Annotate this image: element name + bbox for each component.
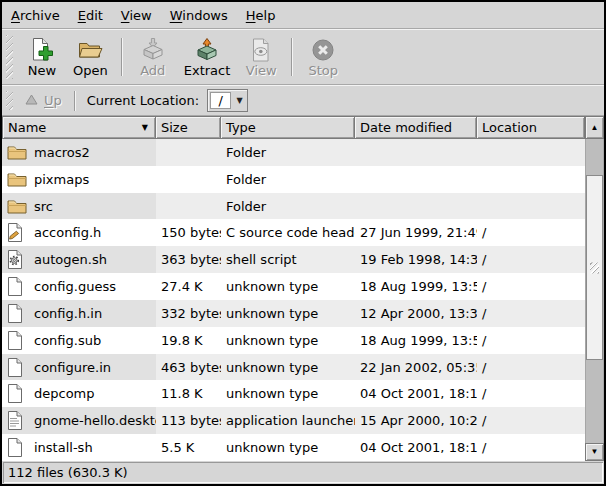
file-date-cell: 15 Apr 2000, 10:21 <box>355 407 477 434</box>
menu-windows[interactable]: Windows <box>161 3 237 28</box>
stop-button: Stop <box>299 34 347 81</box>
toolbar-separator <box>291 38 293 76</box>
scrollbar-trough[interactable] <box>585 139 604 443</box>
file-location-cell: / <box>477 354 585 381</box>
file-name-cell: install-sh <box>2 434 156 461</box>
location-combo[interactable]: / ▼ <box>207 89 248 112</box>
doc-plain-icon <box>7 277 28 296</box>
file-type-cell: unknown type <box>221 300 355 327</box>
file-name: depcomp <box>34 386 95 401</box>
column-header-location[interactable]: Location <box>477 116 585 139</box>
file-name: src <box>34 199 53 214</box>
menu-help[interactable]: Help <box>237 3 285 28</box>
toolbar-separator <box>121 38 123 76</box>
file-name: install-sh <box>34 440 93 455</box>
location-bar: Up Current Location: / ▼ <box>2 85 604 116</box>
file-type-cell: unknown type <box>221 434 355 461</box>
scrollbar-thumb[interactable] <box>586 175 603 360</box>
table-row[interactable]: gnome-hello.desktop 113 bytes applicatio… <box>2 407 585 434</box>
file-size-cell: 11.8 K <box>156 380 221 407</box>
file-name-cell: pixmaps <box>2 166 156 193</box>
file-type-cell: shell script <box>221 246 355 273</box>
open-archive-icon <box>77 37 103 63</box>
menu-archive[interactable]: Archive <box>2 3 69 28</box>
table-row[interactable]: src Folder <box>2 193 585 220</box>
table-row[interactable]: macros2 Folder <box>2 139 585 166</box>
file-name-cell: gnome-hello.desktop <box>2 407 156 434</box>
column-header-type[interactable]: Type <box>221 116 355 139</box>
folder-icon <box>7 172 28 187</box>
doc-gear-icon <box>7 250 28 269</box>
file-type-cell: unknown type <box>221 273 355 300</box>
file-size-cell: 363 bytes <box>156 246 221 273</box>
doc-lines-icon <box>7 411 28 430</box>
location-bar-drag-handle[interactable] <box>6 91 13 110</box>
file-name-cell: src <box>2 193 156 220</box>
add-button: Add <box>129 34 177 81</box>
table-row[interactable]: pixmaps Folder <box>2 166 585 193</box>
scrollbar-thumb-grip <box>590 262 599 273</box>
folder-icon <box>7 145 28 160</box>
file-type-cell: Folder <box>221 166 355 193</box>
scroll-up-icon: ▲ <box>591 124 599 132</box>
scroll-down-icon: ▼ <box>591 448 599 456</box>
file-size-cell: 463 bytes <box>156 354 221 381</box>
menubar: Archive Edit View Windows Help <box>2 2 604 29</box>
file-date-cell: 04 Oct 2001, 18:12 <box>355 380 477 407</box>
view-button: View <box>237 34 285 81</box>
file-location-cell: / <box>477 273 585 300</box>
file-location-cell <box>477 166 585 193</box>
file-name-cell: configure.in <box>2 354 156 381</box>
file-name-cell: autogen.sh <box>2 246 156 273</box>
doc-plain-icon <box>7 384 28 403</box>
file-location-cell: / <box>477 327 585 354</box>
file-date-cell <box>355 139 477 166</box>
table-row[interactable]: config.h.in 332 bytes unknown type 12 Ap… <box>2 300 585 327</box>
doc-plain-icon <box>7 438 28 457</box>
toolbar: New Open Add Extract View Stop <box>2 29 604 85</box>
scrollbar-up-button[interactable]: ▲ <box>585 116 604 139</box>
toolbar-drag-handle[interactable] <box>6 35 13 79</box>
file-name-cell: config.h.in <box>2 300 156 327</box>
file-name: config.guess <box>34 279 116 294</box>
column-header-name[interactable]: Name▼ <box>2 116 156 139</box>
new-archive-icon <box>29 37 55 63</box>
table-row[interactable]: install-sh 5.5 K unknown type 04 Oct 200… <box>2 434 585 461</box>
statusbar: 112 files (630.3 K) <box>3 462 603 483</box>
file-date-cell: 27 Jun 1999, 21:49 <box>355 219 477 246</box>
extract-button[interactable]: Extract <box>177 34 238 81</box>
file-name: pixmaps <box>34 172 89 187</box>
file-size-cell <box>156 166 221 193</box>
file-location-cell: / <box>477 380 585 407</box>
file-name: gnome-hello.desktop <box>34 413 156 428</box>
menu-edit[interactable]: Edit <box>69 3 112 28</box>
menu-view[interactable]: View <box>112 3 161 28</box>
file-type-cell: unknown type <box>221 327 355 354</box>
table-row[interactable]: autogen.sh 363 bytes shell script 19 Feb… <box>2 246 585 273</box>
open-button[interactable]: Open <box>66 34 115 81</box>
file-size-cell: 5.5 K <box>156 434 221 461</box>
file-date-cell: 19 Feb 1998, 14:31 <box>355 246 477 273</box>
up-button: Up <box>18 90 69 111</box>
file-type-cell: unknown type <box>221 380 355 407</box>
file-size-cell: 150 bytes <box>156 219 221 246</box>
table-row[interactable]: config.sub 19.8 K unknown type 18 Aug 19… <box>2 327 585 354</box>
file-name-cell: macros2 <box>2 139 156 166</box>
table-row[interactable]: config.guess 27.4 K unknown type 18 Aug … <box>2 273 585 300</box>
file-name: acconfig.h <box>34 225 101 240</box>
scrollbar-down-button[interactable]: ▼ <box>585 443 604 461</box>
file-location-cell: / <box>477 219 585 246</box>
combo-dropdown-icon: ▼ <box>232 90 247 111</box>
file-location-cell: / <box>477 246 585 273</box>
column-header-date-modified[interactable]: Date modified <box>355 116 477 139</box>
column-header-size[interactable]: Size <box>156 116 221 139</box>
up-arrow-icon <box>25 93 38 108</box>
file-type-cell: unknown type <box>221 354 355 381</box>
folder-icon <box>7 199 28 214</box>
file-size-cell: 27.4 K <box>156 273 221 300</box>
table-row[interactable]: acconfig.h 150 bytes C source code heade… <box>2 219 585 246</box>
table-row[interactable]: depcomp 11.8 K unknown type 04 Oct 2001,… <box>2 380 585 407</box>
table-row[interactable]: configure.in 463 bytes unknown type 22 J… <box>2 354 585 381</box>
new-button[interactable]: New <box>18 34 66 81</box>
location-combo-value: / <box>210 92 231 109</box>
